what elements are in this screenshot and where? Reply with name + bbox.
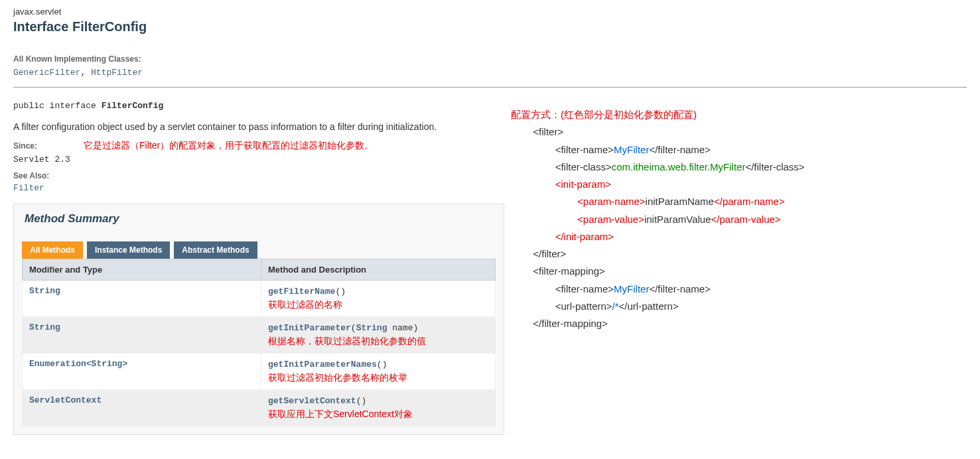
xml-config-annotation: 配置方式：(红色部分是初始化参数的配置) <filter> <filter-na… xyxy=(511,106,805,332)
xml-paramvalue-open: <param-value> xyxy=(577,214,644,225)
interface-declaration: public interface FilterConfig xyxy=(13,101,967,111)
method-desc: 获取过滤器的名称 xyxy=(268,299,488,311)
since-label: Since: xyxy=(13,141,37,151)
table-row: String getInitParameter(String name) 根据名… xyxy=(23,317,496,354)
known-implementing-classes: GenericFilter, HttpFilter xyxy=(13,68,967,78)
xml-paramname-open: <param-name> xyxy=(577,196,646,207)
xml-paramname-close: </param-name> xyxy=(714,196,785,207)
table-row: ServletContext getServletContext() 获取应用上… xyxy=(23,390,496,426)
method-params: (String name) xyxy=(351,323,418,333)
xml-filtername-val: MyFilter xyxy=(614,144,649,155)
link-httpfilter[interactable]: HttpFilter xyxy=(91,68,143,78)
tab-abstract-methods[interactable]: Abstract Methods xyxy=(174,241,257,259)
method-params: () xyxy=(356,396,367,406)
return-type[interactable]: String xyxy=(23,317,261,354)
tab-instance-methods[interactable]: Instance Methods xyxy=(87,241,170,259)
table-row: String getFilterName() 获取过滤器的名称 xyxy=(23,281,496,317)
method-cell: getServletContext() 获取应用上下文ServletContex… xyxy=(261,390,496,426)
xml-paramvalue-close: </param-value> xyxy=(711,214,781,225)
method-link[interactable]: getInitParameter xyxy=(268,323,351,333)
xml-fm-filtername-open: <filter-name> xyxy=(555,283,614,295)
seealso-value[interactable]: Filter xyxy=(13,183,967,193)
method-params: () xyxy=(335,287,346,296)
param-type[interactable]: String xyxy=(356,323,387,333)
method-desc: 根据名称，获取过滤器初始化参数的值 xyxy=(268,336,488,348)
xml-filtermapping-open: <filter-mapping> xyxy=(533,265,604,277)
col-modifier-type: Modifier and Type xyxy=(23,259,261,281)
method-tabs: All Methods Instance Methods Abstract Me… xyxy=(22,241,496,259)
method-summary-title: Method Summary xyxy=(22,212,496,226)
xml-initparam-close: </init-param> xyxy=(555,231,614,242)
xml-filterclass-open: <filter-class> xyxy=(555,161,612,172)
xml-urlpattern-val: /* xyxy=(612,300,619,312)
method-desc: 获取过滤器初始化参数名称的枚举 xyxy=(268,372,488,384)
interface-title: Interface FilterConfig xyxy=(13,19,967,34)
method-desc: 获取应用上下文ServletContext对象 xyxy=(268,409,488,421)
method-link[interactable]: getInitParameterNames xyxy=(268,360,377,369)
known-implementing-label: All Known Implementing Classes: xyxy=(13,54,967,64)
method-summary-section: Method Summary All Methods Instance Meth… xyxy=(13,204,504,435)
xml-urlpattern-close: </url-pattern> xyxy=(619,300,679,312)
xml-filter-close: </filter> xyxy=(533,248,566,259)
xml-paramname-val: initParamName xyxy=(646,196,714,207)
config-title-prefix: 配置方式： xyxy=(511,109,561,120)
method-table: Modifier and Type Method and Description… xyxy=(22,259,496,426)
return-type[interactable]: String xyxy=(23,281,261,317)
xml-filter-open: <filter> xyxy=(533,126,563,137)
paren-open: ( xyxy=(351,323,356,333)
xml-fm-filtername-val: MyFilter xyxy=(614,283,649,295)
param-rest: name) xyxy=(387,323,418,333)
xml-filtername-open: <filter-name> xyxy=(555,144,614,155)
interface-description: A filter configuration object used by a … xyxy=(13,121,967,132)
method-params: () xyxy=(377,360,387,369)
xml-paramvalue-val: initParamValue xyxy=(644,214,711,225)
divider xyxy=(13,87,967,88)
annotation-desc-note: 它是过滤器（Filter）的配置对象，用于获取配置的过滤器初始化参数。 xyxy=(84,140,374,152)
xml-filtermapping-close: </filter-mapping> xyxy=(533,318,608,329)
return-type[interactable]: Enumeration<String> xyxy=(23,354,261,390)
xml-filterclass-val: com.itheima.web.filter.MyFilter xyxy=(612,161,746,172)
seealso-label: See Also: xyxy=(13,171,967,180)
method-cell: getInitParameterNames() 获取过滤器初始化参数名称的枚举 xyxy=(261,354,496,390)
config-title-note: (红色部分是初始化参数的配置) xyxy=(561,109,697,120)
table-row: Enumeration<String> getInitParameterName… xyxy=(23,354,496,390)
link-genericfilter[interactable]: GenericFilter xyxy=(13,68,80,78)
method-cell: getFilterName() 获取过滤器的名称 xyxy=(261,281,496,317)
method-cell: getInitParameter(String name) 根据名称，获取过滤器… xyxy=(261,317,496,354)
method-link[interactable]: getServletContext xyxy=(268,396,356,406)
xml-filterclass-close: </filter-class> xyxy=(745,161,804,172)
since-value: Servlet 2.3 xyxy=(13,155,967,164)
xml-fm-filtername-close: </filter-name> xyxy=(649,283,711,295)
xml-filtername-close: </filter-name> xyxy=(649,144,711,155)
xml-urlpattern-open: <url-pattern> xyxy=(555,300,612,312)
decl-name: FilterConfig xyxy=(102,101,164,111)
package-name: javax.servlet xyxy=(13,7,967,17)
tab-all-methods[interactable]: All Methods xyxy=(22,241,83,259)
return-type[interactable]: ServletContext xyxy=(23,390,261,426)
decl-modifiers: public interface xyxy=(13,101,102,111)
col-method-desc: Method and Description xyxy=(261,259,496,281)
method-link[interactable]: getFilterName xyxy=(268,287,335,296)
xml-initparam-open: <init-param> xyxy=(555,178,611,190)
